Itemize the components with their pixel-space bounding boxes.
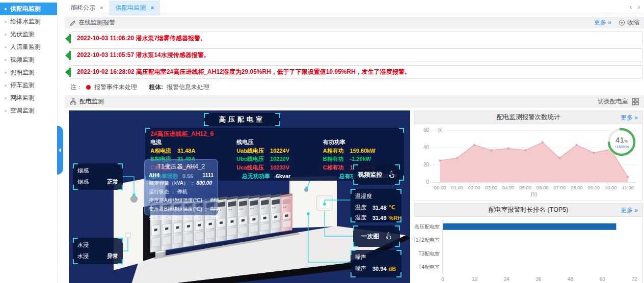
switch-room-button[interactable]: 切换配电室 [598,97,628,106]
sidebar-item-photovoltaic[interactable]: 光伏监测 [0,28,57,41]
svg-text:11:00: 11:00 [622,185,634,190]
chart-panel-header: 配电室报警时长排名 (TOP5) 更多 » [414,204,642,217]
svg-text:0: 0 [441,276,444,282]
layout-grid-icon[interactable] [632,98,639,105]
svg-text:次: 次 [438,127,443,133]
edit-pencil-icon [69,19,76,26]
tab-label: 能耗公示 [71,4,95,12]
alerts-more-link[interactable]: 更多 » [594,18,611,27]
bullet-icon [5,84,7,87]
content-row: 高压配电室 2#高压进线柜_AH12_6 电流 A相电流31.48A B相电流3… [65,108,644,283]
tab-scroll-right-icon[interactable]: › [638,4,640,11]
svg-text:高压配电室: 高压配电室 [414,224,440,230]
sidebar-item-lighting[interactable]: 照明监测 [0,66,57,79]
transformer-tooltip: T1变压器_AH4_2 AH41111 额定容量（kVA） ：800.00 运行… [144,159,218,215]
note-bold-text: 报警信息未处理 [167,83,209,92]
sidebar-item-power-distribution[interactable]: 供配电监测 [0,3,57,15]
video-monitor-button[interactable]: 视频监控 [353,164,400,185]
alert-text: 2022-10-02 16:28:02 高压配电室2#高压进线柜_AH12湿度为… [77,68,411,76]
svg-text:10:00: 10:00 [605,185,617,190]
sidebar-collapse-handle[interactable] [57,126,63,175]
humiture-badge: 温湿度 温度31.48℃ 湿度31.49%RH [351,189,401,222]
svg-text:48: 48 [568,276,574,282]
performance-badge: 41% ↑160K/s [607,127,636,157]
alert-row[interactable]: 2022-10-02 16:28:02 高压配电室2#高压进线柜_AH12湿度为… [70,65,642,79]
alert-text: 2022-10-03 11:05:57 潜水泵14水浸传感器报警。 [77,51,210,60]
svg-text:0: 0 [426,179,429,185]
cabinet-panel-title: 2#高压进线柜_AH12_6 [150,130,399,138]
bullet-icon [5,110,7,112]
sidebar-item-water-supply[interactable]: 给排水监测 [0,15,57,28]
tooltip-title: T1变压器_AH4_2 [149,162,213,171]
alert-text: 2022-10-03 11:06:20 潜水泵7烟雾传感器报警。 [77,34,206,43]
sidebar-item-network[interactable]: 网络监测 [0,92,57,104]
sidebar-item-label: 视频监测 [10,55,35,64]
svg-text:20: 20 [423,162,430,167]
alert-row[interactable]: 2022-10-03 11:06:20 潜水泵7烟雾传感器报警。 [70,32,642,45]
close-icon[interactable]: × [100,5,103,11]
bullet-icon [5,46,7,48]
svg-text:T4配电室: T4配电室 [418,264,440,270]
svg-text:60: 60 [423,127,430,133]
sidebar-item-parking[interactable]: 停车监测 [0,79,57,92]
svg-text:T3配电室: T3配电室 [418,251,440,257]
alarm-count-chart-panel: 配电监测报警次数统计 更多 » 0204060次00:0001:0002:000… [414,110,643,201]
line-voltage-column: 线电压 Uab线电压10224V Ubc线电压10210V Uca线电压1023… [236,138,312,172]
chart-more-link[interactable]: 更多 » [621,114,638,122]
chart-more-link[interactable]: 更多 » [621,206,638,215]
alarm-duration-bar-chart: 高压配电室T1T2配电室T3配电室T4配电室0122436486072(h) [414,217,642,283]
alert-legend-note: 注： 报警事件未处理 粗体: 报警信息未处理 [65,82,644,94]
tab-energy-publicity[interactable]: 能耗公示 × [65,1,109,15]
room-title: 高压配电室 [219,116,265,123]
tap-hand-icon [384,232,392,240]
tab-label: 供配电监测 [115,4,146,12]
main-area: 能耗公示 × 供配电监测 × ‹ › 在线监测报警 更多 » 收缩 [65,0,644,283]
svg-text:03:00: 03:00 [485,185,497,190]
alert-list: 2022-10-03 11:06:20 潜水泵7烟雾传感器报警。 2022-10… [65,29,644,79]
section-title: 配电监测 [79,97,104,106]
svg-text:02:00: 02:00 [468,185,480,190]
one-line-diagram-button[interactable]: 一次图 [353,225,400,247]
bullet-icon [5,8,7,10]
bullet-icon [5,72,7,74]
collapse-toggle[interactable]: 收缩 [619,18,639,27]
tab-scroll-left-icon[interactable]: ‹ [630,4,632,11]
svg-text:(h): (h) [531,191,537,197]
power-room-3d-view[interactable]: 高压配电室 2#高压进线柜_AH12_6 电流 A相电流31.48A B相电流3… [69,110,410,283]
svg-text:06:00: 06:00 [536,185,549,190]
alert-row[interactable]: 2022-10-03 11:05:57 潜水泵14水浸传感器报警。 [70,48,642,62]
tab-scroll-arrows: ‹ › [630,4,640,11]
charts-column: 配电监测报警次数统计 更多 » 0204060次00:0001:0002:000… [414,110,643,283]
performance-rate: ↑160K/s [614,145,629,149]
tab-power-distribution[interactable]: 供配电监测 × [109,1,159,15]
sidebar-item-label: 照明监测 [10,68,35,77]
sidebar: 供配电监测 给排水监测 光伏监测 人流量监测 视频监测 照明监测 停车监测 网络… [0,0,58,283]
svg-text:07:00: 07:00 [553,185,566,190]
sidebar-item-hvac[interactable]: 空调监测 [0,104,57,117]
smoke-status-value: 正常 [107,178,118,186]
room-title-box: 高压配电室 [204,113,280,126]
svg-text:04:00: 04:00 [502,185,515,190]
noise-badge: 噪声 噪声30.94dB [351,250,401,277]
app-window: 供配电监测 给排水监测 光伏监测 人流量监测 视频监测 照明监测 停车监测 网络… [0,0,644,283]
collapse-circle-icon [619,19,625,26]
sidebar-item-label: 给排水监测 [10,17,41,26]
bullet-icon [5,59,7,61]
svg-text:T1T2配电室: T1T2配电室 [414,237,440,243]
bullet-icon [5,97,7,99]
sidebar-item-label: 供配电监测 [10,5,41,13]
svg-text:24: 24 [504,276,510,282]
water-sensor-badge: 水浸 水浸异常 [73,238,123,264]
svg-text:60: 60 [600,276,606,282]
note-dot-label: 报警事件未处理 [94,83,137,92]
chart-title: 配电监测报警次数统计 [414,113,642,122]
video-monitor-label: 视频监控 [358,171,383,179]
close-icon[interactable]: × [150,5,153,11]
sidebar-item-people-flow[interactable]: 人流量监测 [0,41,57,53]
sidebar-item-label: 停车监测 [10,81,35,90]
svg-text:08:00: 08:00 [571,185,583,190]
chart-panel-header: 配电监测报警次数统计 更多 » [414,111,642,124]
sidebar-item-label: 网络监测 [10,94,35,102]
bullet-icon [5,34,7,36]
sidebar-item-video[interactable]: 视频监测 [0,53,57,66]
